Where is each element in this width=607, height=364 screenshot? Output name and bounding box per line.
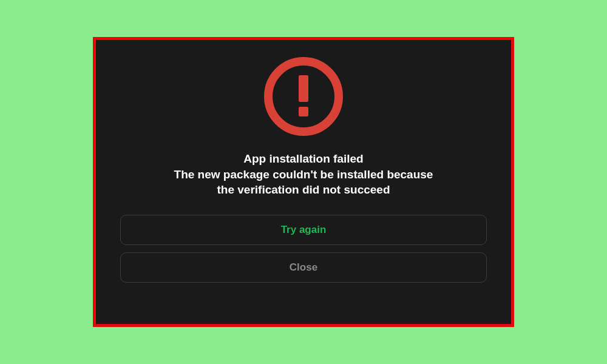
close-button[interactable]: Close [120, 252, 487, 283]
error-body-line-2: the verification did not succeed [174, 182, 433, 198]
button-group: Try again Close [120, 215, 487, 283]
alert-exclamation-icon [261, 54, 346, 139]
error-title: App installation failed [174, 151, 433, 167]
error-body-line-1: The new package couldn't be installed be… [174, 167, 433, 183]
svg-rect-1 [299, 75, 308, 102]
try-again-button[interactable]: Try again [120, 215, 487, 245]
error-message: App installation failed The new package … [174, 151, 433, 198]
svg-rect-2 [299, 107, 308, 116]
error-dialog: App installation failed The new package … [93, 37, 514, 327]
